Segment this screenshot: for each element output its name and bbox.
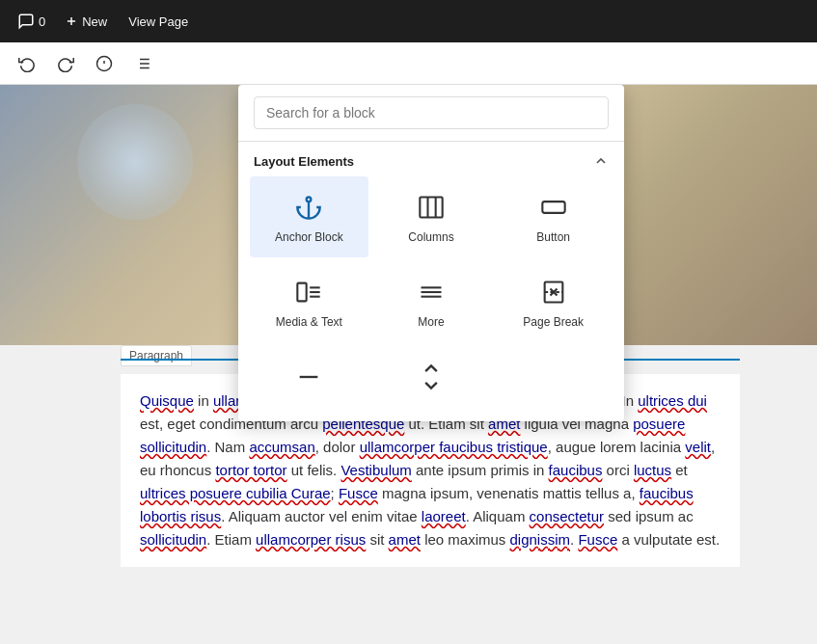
spacer-icon <box>414 360 449 394</box>
section-title: Layout Elements <box>254 154 354 169</box>
svg-rect-17 <box>298 283 307 302</box>
editor-area: Layout Elements Anchor Block <box>0 85 817 644</box>
columns-icon <box>414 190 449 225</box>
block-label-media-text: Media & Text <box>276 315 342 329</box>
blocks-row-3 <box>238 346 624 414</box>
chevron-up-icon <box>593 153 609 169</box>
media-text-icon <box>291 275 326 309</box>
block-item-separator[interactable] <box>250 346 368 414</box>
undo-button[interactable] <box>12 48 42 79</box>
blocks-row-1: Anchor Block Columns B <box>238 176 624 257</box>
undo-icon <box>18 55 36 72</box>
svg-rect-13 <box>420 198 442 218</box>
more-icon <box>414 275 449 309</box>
block-item-spacer[interactable] <box>372 346 491 414</box>
block-item-page-break[interactable]: Page Break <box>494 261 613 342</box>
top-toolbar: 0 New View Page <box>0 0 817 42</box>
editor-toolbar <box>0 42 817 85</box>
comment-icon <box>17 13 35 30</box>
block-item-media-text[interactable]: Media & Text <box>250 261 368 342</box>
new-label: New <box>82 14 107 29</box>
block-inserter-popup: Layout Elements Anchor Block <box>238 85 624 421</box>
info-icon <box>95 55 113 72</box>
block-label-anchor-block: Anchor Block <box>275 230 343 244</box>
block-item-anchor-block[interactable]: Anchor Block <box>250 176 368 257</box>
block-item-button[interactable]: Button <box>494 176 613 257</box>
view-page-label: View Page <box>128 14 188 29</box>
redo-button[interactable] <box>50 48 81 79</box>
layout-elements-section-header: Layout Elements <box>238 142 624 176</box>
section-collapse-button[interactable] <box>593 153 609 169</box>
paragraph-label: Paragraph <box>121 345 192 366</box>
new-button[interactable]: New <box>57 11 115 33</box>
block-search-input[interactable] <box>254 96 609 129</box>
list-view-icon <box>134 55 151 72</box>
block-label-more: More <box>418 315 444 329</box>
block-item-more[interactable]: More <box>372 261 491 342</box>
redo-icon <box>57 55 74 72</box>
page-break-icon <box>536 275 571 309</box>
info-button[interactable] <box>89 48 120 79</box>
button-icon <box>536 190 571 225</box>
comment-count: 0 <box>39 14 45 29</box>
list-view-button[interactable] <box>127 48 158 79</box>
separator-icon <box>291 360 326 394</box>
svg-rect-16 <box>542 201 564 213</box>
plus-icon <box>65 14 78 28</box>
block-label-button: Button <box>536 230 570 244</box>
search-wrapper <box>238 85 624 142</box>
anchor-block-icon <box>291 190 326 225</box>
block-label-columns: Columns <box>408 230 453 244</box>
blocks-row-2: Media & Text More <box>238 261 624 342</box>
view-page-button[interactable]: View Page <box>121 11 196 33</box>
comments-button[interactable]: 0 <box>12 9 51 34</box>
svg-point-11 <box>307 198 312 202</box>
block-item-columns[interactable]: Columns <box>372 176 491 257</box>
block-label-page-break: Page Break <box>523 315 584 329</box>
